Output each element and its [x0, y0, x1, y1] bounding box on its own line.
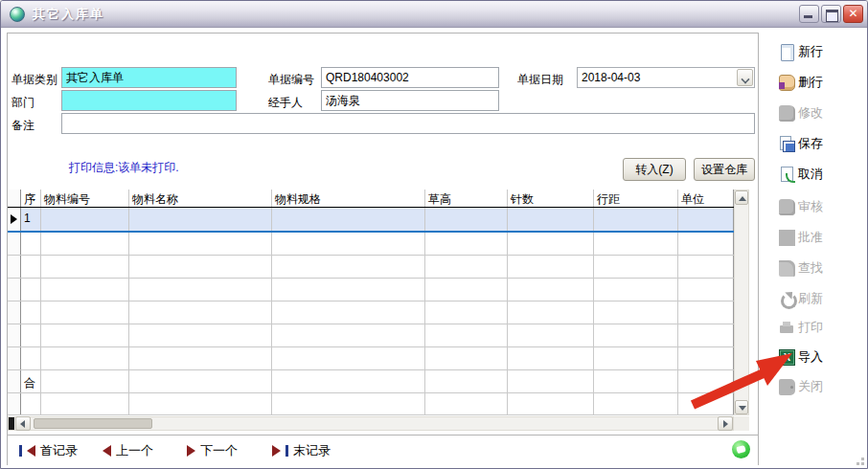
cell[interactable]: [41, 256, 129, 278]
table-row[interactable]: [8, 256, 734, 279]
cell[interactable]: [129, 302, 272, 324]
cell[interactable]: [41, 233, 129, 255]
sidebar-item-delete-row[interactable]: 删行: [779, 73, 865, 92]
remark-field[interactable]: [61, 113, 755, 134]
vertical-scrollbar[interactable]: [734, 190, 749, 415]
cell[interactable]: [508, 302, 594, 324]
table-row[interactable]: [8, 393, 734, 415]
cell[interactable]: [508, 347, 594, 369]
cell[interactable]: [594, 233, 678, 255]
horizontal-scrollbar[interactable]: [8, 416, 734, 431]
cell[interactable]: [41, 208, 129, 231]
table-row[interactable]: [8, 302, 734, 324]
doc-no-field[interactable]: [321, 67, 499, 88]
scroll-right-icon[interactable]: [718, 416, 733, 431]
cell[interactable]: [41, 393, 129, 414]
cell[interactable]: [129, 256, 272, 278]
col-material-name[interactable]: 物料名称: [129, 190, 272, 207]
minimize-button[interactable]: [799, 5, 819, 23]
cell[interactable]: [21, 233, 41, 255]
table-row[interactable]: [8, 324, 734, 347]
handler-field[interactable]: [321, 90, 499, 111]
department-field[interactable]: [61, 90, 237, 111]
scroll-left-icon[interactable]: [15, 416, 31, 431]
cell[interactable]: [272, 208, 425, 231]
cell[interactable]: [508, 233, 594, 255]
cell[interactable]: [594, 256, 678, 278]
table-row-selected[interactable]: 1: [8, 208, 734, 233]
scroll-down-icon[interactable]: [735, 400, 748, 414]
nav-next[interactable]: 下一个: [187, 442, 238, 459]
scroll-up-icon[interactable]: [735, 190, 748, 205]
cell[interactable]: [41, 279, 129, 301]
cell[interactable]: [129, 279, 272, 301]
col-material-id[interactable]: 物料编号: [41, 190, 129, 207]
cell[interactable]: [678, 256, 734, 278]
cell[interactable]: [21, 347, 41, 369]
cell[interactable]: [425, 208, 508, 231]
cell[interactable]: [21, 256, 41, 278]
cell[interactable]: [678, 208, 734, 231]
cell[interactable]: [678, 347, 734, 369]
col-pile-height[interactable]: 草高: [425, 190, 508, 207]
cell[interactable]: [272, 302, 425, 324]
chevron-down-icon[interactable]: [737, 69, 753, 86]
cell[interactable]: [508, 208, 594, 231]
cell[interactable]: [129, 393, 272, 414]
cell[interactable]: [272, 233, 425, 255]
set-warehouse-button[interactable]: 设置仓库: [694, 158, 755, 181]
cell[interactable]: [272, 279, 425, 301]
cell[interactable]: [594, 347, 678, 369]
cell[interactable]: [425, 393, 508, 414]
table-row[interactable]: [8, 233, 734, 256]
col-stitch-count[interactable]: 针数: [508, 190, 594, 207]
cell[interactable]: [21, 324, 41, 346]
col-unit[interactable]: 单位: [678, 190, 734, 207]
cell[interactable]: [508, 393, 594, 414]
transfer-button[interactable]: 转入(Z): [623, 158, 686, 181]
cell[interactable]: [21, 279, 41, 301]
cell[interactable]: [41, 302, 129, 324]
sidebar-item-cancel[interactable]: 取消: [779, 165, 865, 184]
cell[interactable]: [678, 302, 734, 324]
table-row[interactable]: [8, 347, 734, 370]
col-seq[interactable]: 序号: [21, 190, 41, 207]
nav-previous[interactable]: 上一个: [103, 442, 153, 459]
cell[interactable]: [678, 233, 734, 255]
cell[interactable]: [272, 256, 425, 278]
cell[interactable]: [272, 393, 425, 414]
sidebar-item-new-row[interactable]: 新行: [779, 42, 865, 61]
nav-last-record[interactable]: 末记录: [272, 442, 331, 459]
resize-grip[interactable]: [853, 454, 864, 465]
grid-splitter[interactable]: [9, 417, 14, 430]
close-button[interactable]: ✕: [843, 5, 863, 23]
cell[interactable]: [508, 324, 594, 346]
cell[interactable]: [129, 324, 272, 346]
cell[interactable]: [425, 324, 508, 346]
doc-date-combobox[interactable]: 2018-04-03: [577, 67, 755, 88]
sidebar-item-import[interactable]: X 导入: [779, 347, 865, 367]
nav-first-record[interactable]: 首记录: [19, 442, 78, 459]
cell[interactable]: [425, 279, 508, 301]
cell[interactable]: [41, 324, 129, 346]
hscroll-thumb[interactable]: [34, 418, 152, 429]
col-material-spec[interactable]: 物料规格: [272, 190, 425, 207]
col-row-gauge[interactable]: 行距: [594, 190, 678, 207]
doc-type-field[interactable]: [61, 67, 237, 88]
maximize-button[interactable]: [821, 5, 841, 23]
seq-cell[interactable]: 1: [21, 208, 41, 231]
cell[interactable]: [594, 324, 678, 346]
cell[interactable]: [594, 393, 678, 414]
sidebar-item-save[interactable]: 保存: [779, 134, 865, 153]
table-row[interactable]: [8, 279, 734, 302]
cell[interactable]: [678, 279, 734, 301]
cell[interactable]: [272, 347, 425, 369]
cell[interactable]: [272, 324, 425, 346]
cell[interactable]: [129, 347, 272, 369]
cell[interactable]: [21, 393, 41, 414]
cell[interactable]: [425, 347, 508, 369]
cell[interactable]: [425, 302, 508, 324]
cell[interactable]: [425, 256, 508, 278]
cell[interactable]: [678, 393, 734, 414]
cell[interactable]: [594, 302, 678, 324]
